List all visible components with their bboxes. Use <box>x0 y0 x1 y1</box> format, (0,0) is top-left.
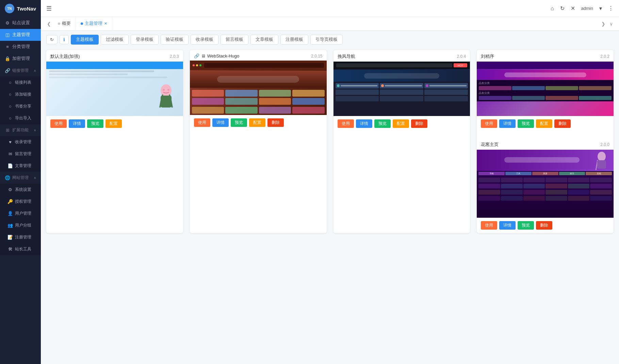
sidebar-item-shoucang[interactable]: ♥ 收录管理 <box>0 136 41 148</box>
tab-nav-right-icon[interactable]: ❯ <box>599 21 607 27</box>
sidebar-item-shouquan[interactable]: 🔑 授权管理 <box>0 196 41 208</box>
sidebar-item-fenlei[interactable]: ≡ 分类管理 <box>0 41 41 53</box>
theme-card-huifeng: 挽风导航 2.0.4 HOT <box>333 50 470 233</box>
use-button[interactable]: 使用 <box>481 119 497 128</box>
preview-button[interactable]: 预览 <box>518 119 534 128</box>
tab-gaikuang[interactable]: 概要 <box>53 17 76 31</box>
user-label[interactable]: admin <box>581 6 593 11</box>
circle-icon: ○ <box>7 104 13 109</box>
info-button[interactable]: ℹ <box>60 35 69 44</box>
sub-tab-liuyan-tpl[interactable]: 留言模板 <box>221 35 248 45</box>
sidebar-label: 网站管理 <box>12 175 29 181</box>
delete-button[interactable]: 删除 <box>267 118 284 127</box>
use-button[interactable]: 使用 <box>50 119 67 128</box>
sub-tab-yanzheng[interactable]: 验证模板 <box>161 35 189 45</box>
sidebar-item-fenzu[interactable]: 👥 用户分组 <box>0 219 41 231</box>
delete-button[interactable]: 删除 <box>536 221 552 230</box>
home-icon[interactable]: ⌂ <box>551 5 554 12</box>
config-button[interactable]: 配置 <box>249 118 265 127</box>
message-icon: ✉ <box>7 151 13 156</box>
theme-card-liupao: 刘稍序 2.0.2 品友分类 <box>477 50 614 233</box>
theme-preview <box>190 61 327 115</box>
detail-button[interactable]: 详情 <box>212 118 229 127</box>
menu-toggle-icon[interactable]: ☰ <box>46 5 52 12</box>
sidebar-label: 文章管理 <box>15 163 31 169</box>
detail-button[interactable]: 详情 <box>499 221 516 230</box>
sidebar-item-wangzhan[interactable]: 🌐 网站管理 ∧ <box>0 172 41 184</box>
preview-button[interactable]: 预览 <box>87 119 103 128</box>
sidebar-item-yonghu[interactable]: 👤 用户管理 <box>0 208 41 219</box>
use-button[interactable]: 使用 <box>481 221 497 230</box>
sidebar-item-lianjie-list[interactable]: ○ 链接列表 <box>0 77 41 88</box>
sidebar-item-zhuti[interactable]: ◫ 主题管理 <box>0 29 41 41</box>
sidebar-item-bookmark[interactable]: ○ 书签分享 <box>0 100 41 112</box>
tab-dot <box>81 22 83 25</box>
sidebar-label: 站点设置 <box>12 20 30 26</box>
delete-button[interactable]: 删除 <box>554 119 571 128</box>
sub-tab-zhuce-tpl[interactable]: 注册模板 <box>280 35 308 45</box>
tab-zhuti[interactable]: 主题管理 ✕ <box>76 17 112 31</box>
sub-tab-yindao-tpl[interactable]: 引导页模板 <box>310 35 343 45</box>
config-button[interactable]: 配置 <box>536 119 552 128</box>
close-icon[interactable]: ✕ <box>571 5 575 12</box>
users-icon: 👥 <box>7 223 13 228</box>
sidebar-item-wenzhang[interactable]: 📄 文章管理 <box>0 160 41 172</box>
config-button[interactable]: 配置 <box>105 119 122 128</box>
sidebar-label: 站长工具 <box>15 246 31 252</box>
sidebar-item-zhangzhang[interactable]: 🛠 站长工具 <box>0 243 41 255</box>
config-button[interactable]: 配置 <box>393 119 409 128</box>
sidebar-sub-lianjie: ○ 链接列表 ○ 添加链接 ○ 书签分享 ○ 导出导入 <box>0 77 41 124</box>
chevron-up-icon: ∧ <box>34 69 36 72</box>
refresh-icon[interactable]: ↻ <box>560 5 565 12</box>
refresh-button[interactable]: ↻ <box>46 35 58 44</box>
theme-version: 2.0.15 <box>311 54 322 59</box>
sub-tab-shoucang-tpl[interactable]: 收录模板 <box>191 35 218 45</box>
preview-button[interactable]: 预览 <box>374 119 391 128</box>
tab-close-icon[interactable]: ✕ <box>104 21 107 26</box>
sub-tab-wenzhang-tpl[interactable]: 文章模板 <box>250 35 278 45</box>
tabbar: ❮ 概要 主题管理 ✕ ❯ ∨ <box>41 17 619 31</box>
sidebar-label: 分类管理 <box>12 44 30 50</box>
gear-icon: ⚙ <box>5 20 10 26</box>
detail-button[interactable]: 详情 <box>69 119 85 128</box>
monitor-icon: 🖥 <box>201 53 206 59</box>
sidebar-item-liuyan[interactable]: ✉ 留言管理 <box>0 148 41 160</box>
sidebar-item-expand[interactable]: ⊞ 扩展功能 ∧ <box>0 124 41 136</box>
sidebar-item-jiami[interactable]: 🔒 加密管理 <box>0 53 41 65</box>
sub-tab-denglu[interactable]: 登录模板 <box>131 35 159 45</box>
sidebar-item-export[interactable]: ○ 导出导入 <box>0 112 41 124</box>
link-icon: 🔗 <box>194 53 199 59</box>
sidebar-item-zhuce[interactable]: 📝 注册管理 <box>0 231 41 243</box>
tool-icon: 🛠 <box>7 247 13 252</box>
preview-button[interactable]: 预览 <box>518 221 534 230</box>
theme-actions: 使用 详情 预览 配置 <box>46 116 183 131</box>
tab-nav-down-icon[interactable]: ∨ <box>607 21 615 27</box>
sidebar-item-zhanzhan[interactable]: ⚙ 站点设置 <box>0 17 41 29</box>
circle-icon: ○ <box>7 80 13 85</box>
theme-name: 刘稍序 <box>481 53 494 60</box>
theme-actions: 使用 详情 预览 配置 删除 <box>333 116 470 131</box>
detail-button[interactable]: 详情 <box>356 119 372 128</box>
sub-tab-zhuti-main[interactable]: 主题模板 <box>71 35 99 45</box>
use-button[interactable]: 使用 <box>194 118 210 127</box>
delete-button[interactable]: 删除 <box>411 119 427 128</box>
more-icon[interactable]: ⋮ <box>608 5 614 12</box>
svg-point-3 <box>167 89 169 91</box>
circle-icon: ○ <box>7 116 13 121</box>
user-arrow-icon[interactable]: ▾ <box>599 5 602 12</box>
sidebar-item-lianjie[interactable]: 🔗 链接管理 ∧ <box>0 65 41 77</box>
tab-nav-left-icon[interactable]: ❮ <box>45 21 53 27</box>
sub-tab-guolv[interactable]: 过滤模板 <box>101 35 129 45</box>
topbar: ☰ ⌂ ↻ ✕ admin ▾ ⋮ <box>41 0 619 17</box>
use-button[interactable]: 使用 <box>338 119 354 128</box>
sub-tabs: ↻ ℹ 主题模板 过滤模板 登录模板 验证模板 收录模板 留言模板 文章模板 注… <box>46 35 614 45</box>
preview-button[interactable]: 预览 <box>231 118 247 127</box>
detail-button[interactable]: 详情 <box>499 119 516 128</box>
theme-card-header: 刘稍序 2.0.2 <box>477 50 614 62</box>
sidebar-item-add-link[interactable]: ○ 添加链接 <box>0 88 41 100</box>
sidebar-label: 加密管理 <box>12 56 30 62</box>
sidebar-label: 系统设置 <box>15 187 31 193</box>
sidebar-item-xitong[interactable]: ⚙ 系统设置 <box>0 184 41 196</box>
sidebar-label: 注册管理 <box>15 234 31 240</box>
expand-icon: ⊞ <box>5 128 10 133</box>
